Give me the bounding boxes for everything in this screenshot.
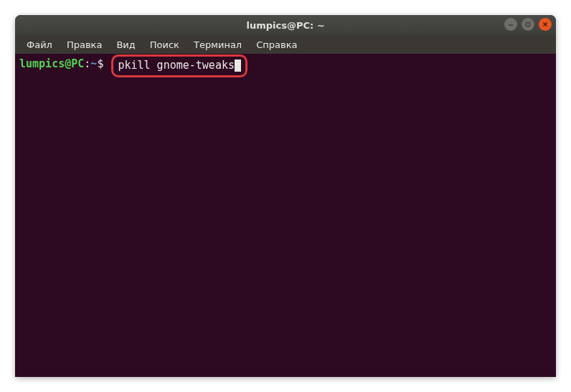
close-button[interactable] — [539, 18, 552, 31]
menu-search[interactable]: Поиск — [144, 37, 185, 52]
command-highlight-box: pkill gnome-tweaks — [111, 54, 247, 77]
svg-rect-1 — [527, 23, 530, 27]
terminal-body[interactable]: lumpics@PC:~$ pkill gnome-tweaks — [15, 54, 556, 377]
prompt-dollar: $ — [97, 57, 103, 80]
cursor-icon — [235, 59, 241, 72]
window-controls — [504, 18, 552, 31]
window-title: lumpics@PC: ~ — [246, 20, 324, 31]
prompt-user: lumpics@PC — [19, 57, 84, 80]
prompt-line: lumpics@PC:~$ pkill gnome-tweaks — [19, 57, 552, 80]
menubar: Файл Правка Вид Поиск Терминал Справка — [15, 35, 556, 54]
prompt-colon: : — [84, 57, 90, 80]
window-titlebar[interactable]: lumpics@PC: ~ — [15, 15, 556, 35]
menu-file[interactable]: Файл — [21, 37, 58, 52]
minimize-button[interactable] — [504, 18, 517, 31]
menu-edit[interactable]: Правка — [61, 37, 108, 52]
terminal-window: lumpics@PC: ~ Файл Правка Вид Поиск Терм… — [15, 15, 556, 377]
menu-terminal[interactable]: Терминал — [188, 37, 247, 52]
command-text: pkill gnome-tweaks — [118, 59, 235, 72]
maximize-button[interactable] — [522, 18, 534, 31]
menu-help[interactable]: Справка — [250, 37, 303, 52]
menu-view[interactable]: Вид — [110, 37, 141, 52]
prompt-path: ~ — [90, 57, 97, 80]
